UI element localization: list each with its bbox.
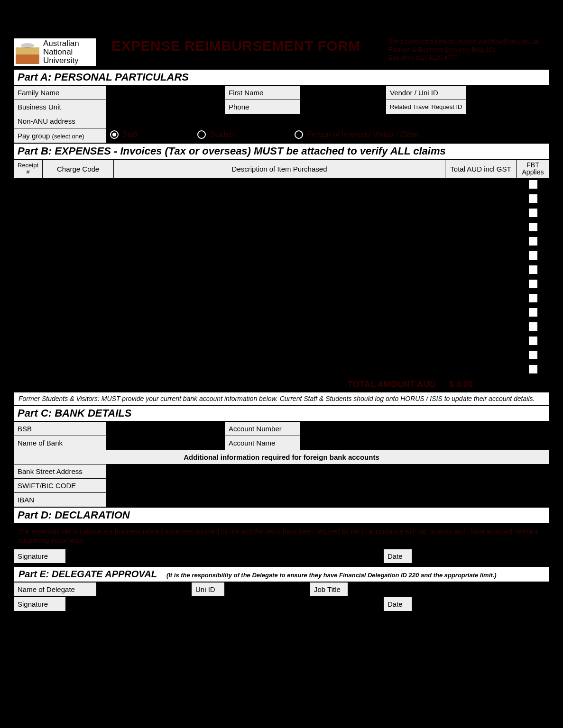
cell-total[interactable] — [445, 320, 517, 335]
cell-charge[interactable] — [43, 192, 114, 207]
cell-desc[interactable] — [114, 306, 445, 320]
cell-total[interactable] — [445, 278, 517, 292]
cell-total[interactable] — [445, 178, 517, 192]
fbt-checkbox[interactable] — [528, 237, 538, 246]
cell-desc[interactable] — [114, 192, 445, 207]
input-d-date[interactable] — [412, 549, 550, 563]
input-d-signature[interactable] — [66, 549, 384, 563]
input-delegate-name[interactable] — [97, 582, 192, 596]
cell-receipt[interactable] — [14, 192, 43, 207]
fbt-checkbox[interactable] — [528, 279, 538, 289]
cell-desc[interactable] — [114, 221, 445, 235]
cell-receipt[interactable] — [14, 235, 43, 249]
input-acct-no[interactable] — [301, 421, 550, 436]
cell-charge[interactable] — [43, 320, 114, 335]
input-non-anu[interactable] — [106, 114, 550, 128]
input-e-signature[interactable] — [66, 597, 384, 611]
cell-charge[interactable] — [43, 306, 114, 320]
cell-charge[interactable] — [43, 249, 114, 264]
cell-charge[interactable] — [43, 207, 114, 221]
cell-desc[interactable] — [114, 235, 445, 249]
input-bsb[interactable] — [106, 421, 225, 436]
cell-total[interactable] — [445, 264, 517, 278]
input-bank-street[interactable] — [106, 464, 550, 478]
cell-total[interactable] — [445, 306, 517, 320]
input-bank-name[interactable] — [106, 436, 225, 450]
cell-receipt[interactable] — [14, 363, 43, 377]
input-travel-id[interactable] — [467, 100, 550, 114]
fbt-checkbox[interactable] — [528, 265, 538, 274]
radio-student[interactable] — [197, 130, 206, 139]
fbt-checkbox[interactable] — [528, 180, 538, 189]
cell-desc[interactable] — [114, 278, 445, 292]
radio-staff[interactable] — [110, 130, 119, 139]
cell-receipt[interactable] — [14, 292, 43, 306]
cell-desc[interactable] — [114, 292, 445, 306]
cell-desc[interactable] — [114, 249, 445, 264]
input-vendor-id[interactable] — [467, 86, 550, 100]
input-business-unit[interactable] — [106, 100, 225, 114]
cell-charge[interactable] — [43, 221, 114, 235]
fbt-checkbox[interactable] — [528, 336, 538, 346]
fbt-checkbox[interactable] — [528, 222, 538, 232]
cell-total[interactable] — [445, 292, 517, 306]
input-e-date[interactable] — [412, 597, 550, 611]
cell-total[interactable] — [445, 335, 517, 349]
cell-desc[interactable] — [114, 264, 445, 278]
cell-charge[interactable] — [43, 292, 114, 306]
cell-receipt[interactable] — [14, 349, 43, 363]
label-bsb: BSB — [14, 421, 106, 436]
cell-receipt[interactable] — [14, 278, 43, 292]
cell-receipt[interactable] — [14, 264, 43, 278]
input-family-name[interactable] — [106, 86, 225, 100]
fbt-checkbox[interactable] — [528, 350, 538, 360]
cell-charge[interactable] — [43, 335, 114, 349]
fbt-checkbox[interactable] — [528, 308, 538, 317]
input-swift[interactable] — [106, 478, 550, 492]
logo-line2: National — [43, 48, 79, 56]
cell-desc[interactable] — [114, 335, 445, 349]
cell-charge[interactable] — [43, 349, 114, 363]
fbt-checkbox[interactable] — [528, 251, 538, 260]
header-info-line1: Send completed form to: invoice.workflow… — [388, 38, 550, 46]
cell-desc[interactable] — [114, 178, 445, 192]
radio-other[interactable] — [295, 130, 303, 139]
option-staff: Staff — [122, 130, 138, 139]
cell-receipt[interactable] — [14, 320, 43, 335]
cell-total[interactable] — [445, 235, 517, 249]
input-iban[interactable] — [106, 492, 550, 507]
cell-fbt — [517, 221, 550, 235]
input-phone[interactable] — [301, 100, 386, 114]
cell-charge[interactable] — [43, 178, 114, 192]
fbt-checkbox[interactable] — [528, 293, 538, 303]
fbt-checkbox[interactable] — [528, 194, 538, 203]
fbt-checkbox[interactable] — [528, 208, 538, 218]
cell-charge[interactable] — [43, 264, 114, 278]
cell-total[interactable] — [445, 249, 517, 264]
cell-total[interactable] — [445, 363, 517, 377]
cell-desc[interactable] — [114, 363, 445, 377]
input-first-name[interactable] — [301, 86, 386, 100]
cell-total[interactable] — [445, 192, 517, 207]
cell-desc[interactable] — [114, 320, 445, 335]
fbt-checkbox[interactable] — [528, 322, 538, 331]
cell-receipt[interactable] — [14, 249, 43, 264]
cell-charge[interactable] — [43, 235, 114, 249]
input-acct-name[interactable] — [301, 436, 550, 450]
input-delegate-job[interactable] — [348, 582, 550, 596]
cell-receipt[interactable] — [14, 306, 43, 320]
cell-receipt[interactable] — [14, 221, 43, 235]
input-delegate-uniid[interactable] — [225, 582, 310, 596]
fbt-checkbox[interactable] — [528, 364, 538, 374]
cell-total[interactable] — [445, 221, 517, 235]
cell-receipt[interactable] — [14, 335, 43, 349]
cell-charge[interactable] — [43, 278, 114, 292]
cell-total[interactable] — [445, 349, 517, 363]
cell-desc[interactable] — [114, 207, 445, 221]
cell-receipt[interactable] — [14, 178, 43, 192]
cell-total[interactable] — [445, 207, 517, 221]
cell-charge[interactable] — [43, 363, 114, 377]
cell-desc[interactable] — [114, 349, 445, 363]
cell-receipt[interactable] — [14, 207, 43, 221]
cell-fbt — [517, 207, 550, 221]
